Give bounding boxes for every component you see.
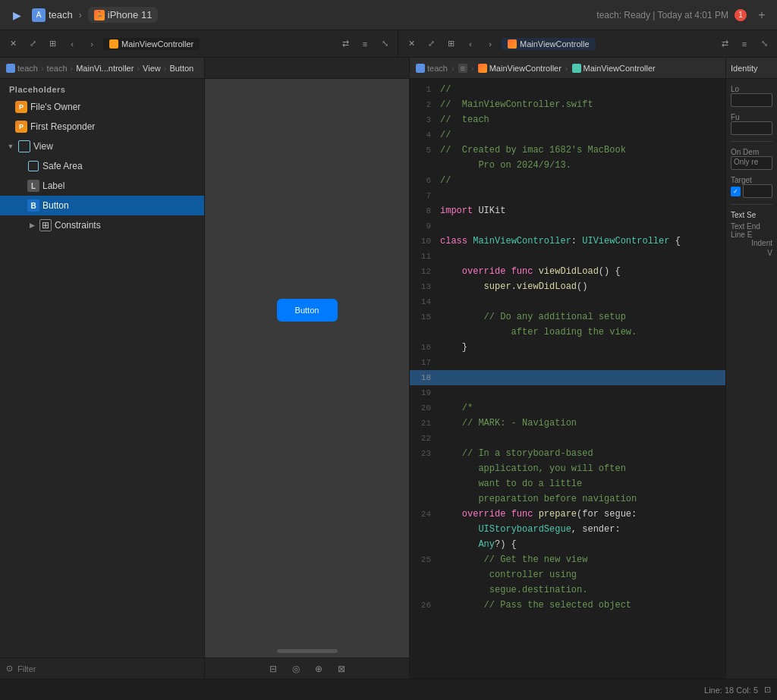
label-icon: L xyxy=(27,180,39,192)
placeholder-icon: P xyxy=(15,101,27,113)
expand-editor-button-right[interactable]: ⤢ xyxy=(423,36,439,52)
ib-toolbar-btn-2[interactable]: ◎ xyxy=(288,661,304,677)
grid-button-right[interactable]: ⊞ xyxy=(442,36,459,52)
back-button[interactable]: ‹ xyxy=(64,36,80,52)
ib-toolbar-btn-3[interactable]: ⊕ xyxy=(310,661,327,677)
code-line-21: 21 // MARK: - Navigation xyxy=(410,416,725,431)
class-bc-icon xyxy=(572,64,581,73)
code-breadcrumb: teach › ≡ › MainViewController › MainVie… xyxy=(410,58,725,79)
bottom-expand-icon[interactable]: ⊡ xyxy=(764,685,771,695)
indent-row: Indent xyxy=(731,239,772,247)
text-section: Text Se Text End Line E Indent V xyxy=(731,211,772,257)
button-icon: B xyxy=(27,199,39,212)
project-icon: A xyxy=(32,8,46,22)
tree-item-view[interactable]: ▼ View xyxy=(0,137,204,156)
close-editor-button-right[interactable]: ✕ xyxy=(403,36,420,52)
ib-breadcrumb: teach › teach › MainVi...ntroller › View… xyxy=(0,58,204,79)
fu-input[interactable] xyxy=(731,121,772,135)
status-bar: Line: 18 Col: 5 ⊡ xyxy=(0,679,777,700)
code-line-5: 5 // Created by imac 1682's MacBook Pro … xyxy=(410,143,725,173)
ib-tree: Placeholders P File's Owner P First Resp… xyxy=(0,79,204,658)
target-checkbox[interactable]: ✓ xyxy=(731,187,741,196)
text-section-label: Text Se xyxy=(731,211,772,219)
code-content: 1 // 2 // MainViewController.swift 3 // … xyxy=(410,79,725,679)
tree-item-constraints[interactable]: ▶ ⊞ Constraints xyxy=(0,215,204,235)
play-button[interactable]: ▶ xyxy=(6,5,27,26)
canvas-area[interactable]: Button xyxy=(205,79,409,658)
constraints-disclosure-icon[interactable]: ▶ xyxy=(27,221,36,230)
filter-bar: ⊙ xyxy=(0,658,204,679)
breadcrumb-separator: › xyxy=(79,10,82,20)
expand2-button-right[interactable]: ⤡ xyxy=(756,36,772,52)
active-tab-left[interactable]: MainViewController xyxy=(103,38,200,50)
divider-2 xyxy=(731,204,772,205)
code-line-13: 13 super.viewDidLoad() xyxy=(410,279,725,294)
project-name: A teach xyxy=(32,8,73,22)
build-status: teach: Ready | Today at 4:01 PM 1 + xyxy=(596,6,771,24)
canvas-scrollbar-h[interactable] xyxy=(277,649,338,653)
safe-area-icon xyxy=(27,160,39,172)
code-line-2: 2 // MainViewController.swift xyxy=(410,97,725,112)
code-line-20: 20 /* xyxy=(410,400,725,416)
alert-badge: 1 xyxy=(735,9,747,21)
code-editor-panel: teach › ≡ › MainViewController › MainVie… xyxy=(410,58,725,679)
lo-section: Lo xyxy=(731,85,772,107)
ib-toolbar-btn-4[interactable]: ⊠ xyxy=(333,661,350,677)
code-line-11: 11 xyxy=(410,249,725,264)
lo-input[interactable] xyxy=(731,93,772,107)
app-wrapper: ▶ A teach › 🏃 iPhone 11 teach: Ready | T… xyxy=(0,0,777,700)
code-line-8: 8 import UIKit xyxy=(410,203,725,218)
target-row: ✓ xyxy=(731,184,772,198)
expand2-button-left[interactable]: ⤡ xyxy=(376,36,393,52)
fu-section: Fu xyxy=(731,113,772,135)
code-line-22: 22 xyxy=(410,431,725,446)
code-line-4: 4 // xyxy=(410,127,725,143)
code-project-icon xyxy=(416,64,425,73)
ib-toolbar-btn-1[interactable]: ⊟ xyxy=(265,661,282,677)
code-line-18: 18 xyxy=(410,370,725,385)
code-line-12: 12 override func viewDidLoad() { xyxy=(410,264,725,279)
code-line-24: 24 override func prepare(for segue: UISt… xyxy=(410,507,725,552)
active-tab-right[interactable]: MainViewControlle xyxy=(502,38,596,50)
view-disclosure-icon[interactable]: ▼ xyxy=(6,142,15,151)
expand-editor-button[interactable]: ⤢ xyxy=(24,36,41,52)
swift-file-icon xyxy=(508,39,517,49)
divider-1 xyxy=(731,141,772,142)
placeholder-icon-2: P xyxy=(15,121,27,133)
titlebar: ▶ A teach › 🏃 iPhone 11 teach: Ready | T… xyxy=(0,0,777,30)
toolbar-right: ✕ ⤢ ⊞ ‹ › MainViewControlle ⇄ ≡ ⤡ xyxy=(398,30,777,57)
back-button-right[interactable]: ‹ xyxy=(462,36,479,52)
device-icon: 🏃 xyxy=(94,10,105,20)
grid-button[interactable]: ⊞ xyxy=(44,36,61,52)
menu-button-left[interactable]: ≡ xyxy=(357,36,373,52)
close-editor-button[interactable]: ✕ xyxy=(5,36,21,52)
add-tab-button[interactable]: + xyxy=(753,6,771,24)
filter-input[interactable] xyxy=(17,664,198,673)
forward-button[interactable]: › xyxy=(83,36,100,52)
line-e-label: Line E xyxy=(731,231,772,239)
placeholders-header: Placeholders xyxy=(0,82,204,97)
canvas-button[interactable]: Button xyxy=(277,299,338,322)
tree-item-safe-area[interactable]: Safe Area xyxy=(0,156,204,176)
tree-item-files-owner[interactable]: P File's Owner xyxy=(0,97,204,117)
code-line-25: 25 // Get the new view controller using … xyxy=(410,552,725,598)
menu-button-right[interactable]: ≡ xyxy=(736,36,753,52)
inspector-content: Lo Fu On Dem Only re xyxy=(726,79,777,263)
tree-item-label[interactable]: L Label xyxy=(0,176,204,196)
code-line-7: 7 xyxy=(410,188,725,203)
target-section: Target ✓ xyxy=(731,176,772,198)
sync-button-right[interactable]: ⇄ xyxy=(716,36,733,52)
code-line-16: 16 } xyxy=(410,340,725,355)
forward-button-right[interactable]: › xyxy=(482,36,499,52)
on-demand-input[interactable]: Only re xyxy=(731,156,772,170)
code-line-15: 15 // Do any additional setup after load… xyxy=(410,309,725,340)
filter-icon: ⊙ xyxy=(6,664,13,673)
constraints-icon: ⊞ xyxy=(39,219,52,231)
inspector-title: Identity xyxy=(726,58,777,79)
tree-item-first-responder[interactable]: P First Responder xyxy=(0,117,204,137)
tree-item-button[interactable]: B Button xyxy=(0,196,204,215)
sync-button-left[interactable]: ⇄ xyxy=(337,36,354,52)
code-line-10: 10 class MainViewController: UIViewContr… xyxy=(410,234,725,249)
device-selector[interactable]: 🏃 iPhone 11 xyxy=(88,7,159,23)
v-label: V xyxy=(731,249,772,257)
